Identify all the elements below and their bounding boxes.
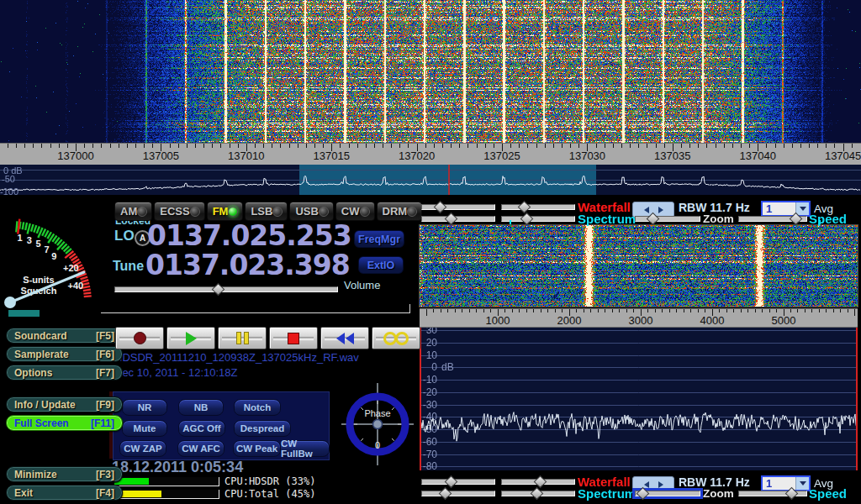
menu-button-key: [F5] [96,330,114,342]
s-meter[interactable]: 13579+20+40 S-units Squelch [2,200,108,318]
scale-tick [144,144,145,148]
dsp-button-nr[interactable]: NR [122,399,167,416]
waterfall-contrast-slider-top[interactable] [501,204,575,210]
menu-button-info-update[interactable]: Info / Update[F9] [6,396,123,412]
mode-button-fm[interactable]: FM [207,202,244,221]
tune-frequency-value[interactable]: 0137.023.398 [145,251,350,279]
meter-tick [83,290,91,291]
arrow-right-icon[interactable] [658,207,663,213]
scale-tick [510,144,511,148]
dsp-button-agc-off[interactable]: AGC Off [178,420,225,437]
dsp-button-despread[interactable]: Despread [234,420,291,437]
slider-thumb[interactable] [518,201,531,214]
slider-thumb[interactable] [534,475,547,489]
band-edge-marker-left [510,220,511,224]
slider-thumb[interactable] [445,475,458,489]
waterfall-contrast-slider-bottom[interactable] [501,479,575,485]
dsp-button-notch[interactable]: Notch [234,399,281,416]
dsp-button-cw-zap[interactable]: CW ZAP [119,440,166,457]
slider-thumb[interactable] [439,487,452,501]
volume-slider-thumb[interactable] [212,283,225,297]
zoom-slider-bottom[interactable] [635,491,700,496]
spectrum-range-slider-top[interactable] [501,216,575,222]
dsp-button-nb[interactable]: NB [178,399,224,416]
main-waterfall-display[interactable] [0,0,861,143]
scale-tick [684,309,684,312]
stop-icon [288,333,299,344]
arrow-left-icon[interactable] [644,207,649,213]
menu-button-minimize[interactable]: Minimize[F3] [6,466,123,482]
slider-thumb[interactable] [445,213,458,226]
scale-tick [655,309,656,312]
zoomed-waterfall-display[interactable] [420,225,858,307]
main-frequency-scale[interactable]: 1370001370051370101370151370201370251370… [0,143,861,165]
menu-button-full-screen[interactable]: Full Screen[F11] [6,415,123,431]
meter-tick [83,293,91,294]
slider-thumb[interactable] [520,213,534,226]
arrow-left-icon[interactable] [644,481,649,488]
scale-tick [512,309,513,312]
mode-button-cw[interactable]: CW [335,202,375,221]
lo-frequency-value[interactable]: 0137.025.253 [147,222,351,249]
scale-tick [59,144,60,148]
rewind-button[interactable] [320,327,369,349]
speed-slider-top[interactable] [738,216,807,222]
arrow-right-icon[interactable] [658,481,663,488]
menu-button-samplerate[interactable]: Samplerate[F6] [6,346,123,362]
mode-button-lsb[interactable]: LSB [245,202,288,221]
zoomed-spectrum-display[interactable] [420,328,858,470]
meter-tick [25,223,27,230]
playback-file-name: HDSDR_20111210_120938Z_137025kHz_RF.wav [114,351,359,364]
scale-tick [50,144,51,148]
play-button[interactable] [166,327,215,349]
record-button[interactable] [115,327,164,349]
pause-button[interactable] [218,327,267,349]
meter-scale-label: 9 [51,251,56,261]
scale-tick [447,309,448,312]
spectrum-gain-slider-top[interactable] [421,216,495,222]
scale-tick [819,309,820,312]
playback-file-date: Dec 10, 2011 - 12:10:18Z [114,366,237,379]
mode-button-drm[interactable]: DRM [377,202,423,221]
avg-select-top[interactable]: 1 [761,201,811,217]
scale-tick [797,309,798,312]
freq-mgr-button[interactable]: FreqMgr [354,230,404,248]
scale-tick [705,309,705,312]
volume-slider[interactable] [114,286,338,292]
chevron-down-icon[interactable] [795,477,809,490]
extio-button[interactable]: ExtIO [358,256,404,274]
spectrum-range-slider-bottom[interactable] [501,491,575,496]
scale-tick [314,144,315,148]
dsp-button-cw-peak[interactable]: CW Peak [233,440,281,457]
dsp-button-cw-afc[interactable]: CW AFC [177,440,224,457]
zoom-slider-top[interactable] [635,216,700,222]
mode-button-usb[interactable]: USB [289,202,333,221]
menu-button-exit[interactable]: Exit[F4] [6,485,123,501]
main-spectrum-display[interactable] [0,165,861,195]
dsp-button-mute[interactable]: Mute [122,420,167,437]
stop-button[interactable] [269,327,318,349]
scale-tick [776,309,777,312]
slider-thumb[interactable] [531,487,544,501]
menu-button-soundcard[interactable]: Soundcard[F5] [6,328,123,344]
spectrum-gain-slider-bottom[interactable] [421,491,495,496]
dsp-button-cw-fullbw[interactable]: CW FullBw [280,440,330,457]
scale-tick [638,144,639,148]
avg-select-bottom[interactable]: 1 [761,475,811,491]
loop-button[interactable] [372,327,420,349]
phase-dial: Phase 0 [340,380,415,469]
waterfall-brightness-slider-top[interactable] [421,204,495,210]
mode-button-am[interactable]: AM [114,202,152,221]
zoomed-frequency-scale[interactable]: 10002000300040005000 [420,308,858,328]
phase-tick [392,407,394,410]
scale-tick [775,144,776,148]
mode-button-ecss[interactable]: ECSS [154,202,204,221]
waterfall-brightness-slider-bottom[interactable] [421,479,495,485]
slider-thumb[interactable] [434,201,447,214]
phase-value: 0 [375,440,380,450]
zoomed-scale-label: 4000 [700,314,725,327]
scale-tick [536,144,537,148]
menu-button-options[interactable]: Options[F7] [6,365,123,381]
scale-tick [647,144,647,148]
speed-slider-bottom[interactable] [738,491,807,496]
